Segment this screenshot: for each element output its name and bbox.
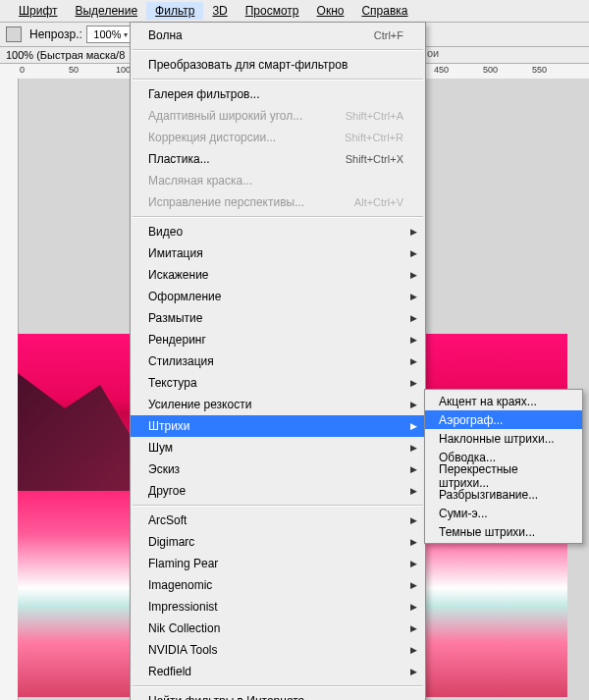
plugin-redfield[interactable]: Redfield▶ [131,661,425,682]
strokes-crosshatch[interactable]: Перекрестные штрихи... [425,466,582,485]
cat-other[interactable]: Другое▶ [131,480,425,502]
plugin-arcsoft[interactable]: ArcSoft▶ [131,510,425,531]
filter-gallery[interactable]: Галерея фильтров... [131,83,425,105]
menu-3d[interactable]: 3D [203,2,236,20]
arrow-right-icon: ▶ [410,645,417,655]
cat-strokes[interactable]: Штрихи▶ [131,415,425,437]
strokes-dark[interactable]: Темные штрихи... [425,522,582,541]
menu-filter[interactable]: Фильтр [146,2,203,20]
plugin-imagenomic[interactable]: Imagenomic▶ [131,574,425,596]
arrow-right-icon: ▶ [410,313,417,323]
arrow-right-icon: ▶ [410,580,417,590]
filter-vanishing: Исправление перспективы...Alt+Ctrl+V [131,191,425,213]
chevron-down-icon: ▾ [124,30,128,39]
arrow-right-icon: ▶ [410,443,417,453]
plugin-flamingpear[interactable]: Flaming Pear▶ [131,553,425,574]
plugin-digimarc[interactable]: Digimarc▶ [131,531,425,553]
cat-distort[interactable]: Искажение▶ [131,264,425,286]
arrow-right-icon: ▶ [410,270,417,280]
strokes-angled[interactable]: Наклонные штрихи... [425,429,582,448]
cat-artistic[interactable]: Имитация▶ [131,242,425,264]
arrow-right-icon: ▶ [410,292,417,301]
arrow-right-icon: ▶ [410,559,417,568]
menu-view[interactable]: Просмотр [237,2,308,20]
filter-menu: ВолнаCtrl+F Преобразовать для смарт-филь… [130,22,426,700]
opacity-label: Непрозр.: [29,27,82,41]
cat-noise[interactable]: Шум▶ [131,437,425,458]
plugin-impressionist[interactable]: Impressionist▶ [131,596,425,618]
filter-browse-online[interactable]: Найти фильтры в Интернете... [131,690,425,700]
menu-help[interactable]: Справка [352,2,416,20]
strokes-sumie[interactable]: Суми-э... [425,504,582,522]
arrow-right-icon: ▶ [410,486,417,496]
filter-last[interactable]: ВолнаCtrl+F [131,25,425,46]
arrow-right-icon: ▶ [410,515,417,525]
filter-liquify[interactable]: Пластика...Shift+Ctrl+X [131,148,425,170]
arrow-right-icon: ▶ [410,602,417,612]
strokes-submenu: Акцент на краях... Аэрограф... Наклонные… [424,389,583,544]
cat-render[interactable]: Рендеринг▶ [131,329,425,350]
arrow-right-icon: ▶ [410,378,417,388]
cat-video[interactable]: Видео▶ [131,221,425,242]
image-content [18,373,135,491]
arrow-right-icon: ▶ [410,421,417,431]
strokes-airbrush[interactable]: Аэрограф... [425,410,582,429]
cat-texture[interactable]: Текстура▶ [131,372,425,394]
cat-stylize[interactable]: Стилизация▶ [131,350,425,372]
arrow-right-icon: ▶ [410,335,417,345]
arrow-right-icon: ▶ [410,356,417,366]
arrow-right-icon: ▶ [410,464,417,474]
swatch[interactable] [6,27,22,42]
cat-pixelate[interactable]: Оформление▶ [131,286,425,307]
separator [133,49,423,51]
filter-lenscorrect: Коррекция дисторсии...Shift+Ctrl+R [131,127,425,148]
arrow-right-icon: ▶ [410,537,417,547]
filter-oilpaint: Масляная краска... [131,170,425,191]
cat-blur[interactable]: Размытие▶ [131,307,425,329]
filter-wideangle: Адаптивный широкий угол...Shift+Ctrl+A [131,105,425,127]
menu-window[interactable]: Окно [308,2,353,20]
separator [133,79,423,81]
opacity-input[interactable]: 100%▾ [86,26,135,43]
arrow-right-icon: ▶ [410,667,417,676]
separator [133,505,423,507]
separator [133,685,423,687]
arrow-right-icon: ▶ [410,227,417,237]
menu-font[interactable]: Шрифт [10,2,66,20]
menu-select[interactable]: Выделение [66,2,146,20]
plugin-nvidia[interactable]: NVIDIA Tools▶ [131,639,425,661]
plugin-nik[interactable]: Nik Collection▶ [131,618,425,639]
vertical-ruler [0,79,19,700]
arrow-right-icon: ▶ [410,400,417,409]
cat-sketch[interactable]: Эскиз▶ [131,458,425,480]
cat-sharpen[interactable]: Усиление резкости▶ [131,394,425,415]
truncated-text: ои [427,47,439,59]
filter-smart[interactable]: Преобразовать для смарт-фильтров [131,54,425,76]
strokes-accent-edges[interactable]: Акцент на краях... [425,392,582,410]
arrow-right-icon: ▶ [410,248,417,258]
separator [133,216,423,218]
menubar: Шрифт Выделение Фильтр 3D Просмотр Окно … [0,0,589,23]
arrow-right-icon: ▶ [410,623,417,633]
